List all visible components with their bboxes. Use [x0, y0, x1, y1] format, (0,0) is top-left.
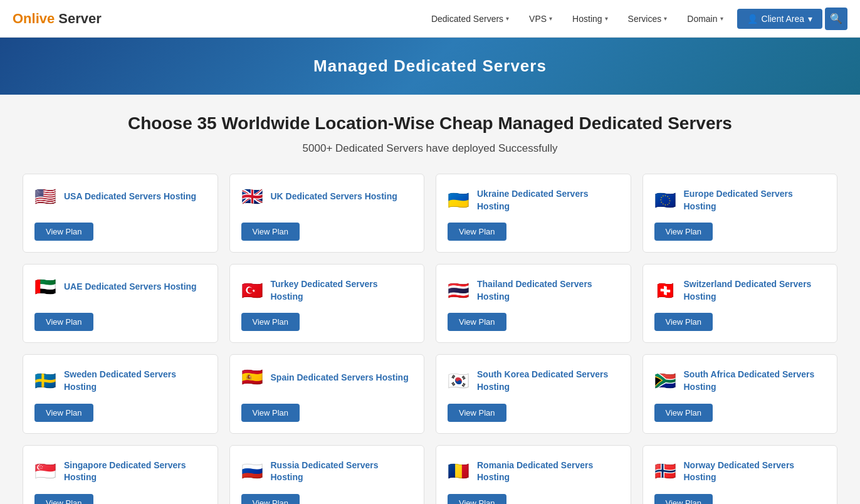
server-title[interactable]: Sweden Dedicated Servers Hosting	[64, 369, 206, 393]
server-title[interactable]: Romania Dedicated Servers Hosting	[477, 459, 619, 484]
view-plan-button[interactable]: View Plan	[34, 404, 93, 422]
logo[interactable]: Onlive Server	[13, 11, 102, 27]
logo-text: Onlive Server	[13, 11, 102, 26]
country-flag: 🇺🇸	[34, 188, 56, 206]
server-card: 🇿🇦 South Africa Dedicated Servers Hostin…	[642, 354, 838, 433]
page-title: Choose 35 Worldwide Location-Wise Cheap …	[23, 113, 837, 134]
country-flag: 🇸🇬	[34, 463, 56, 480]
country-flag: 🇷🇴	[448, 463, 469, 480]
view-plan-button[interactable]: View Plan	[34, 313, 93, 331]
server-card: 🇷🇴 Romania Dedicated Servers Hosting Vie…	[436, 445, 631, 504]
country-flag: 🇺🇦	[448, 192, 469, 209]
navbar: Onlive Server Dedicated Servers▾VPS▾Host…	[0, 0, 860, 38]
server-card: 🇬🇧 UK Dedicated Servers Hosting View Pla…	[229, 174, 425, 253]
server-card: 🇺🇸 USA Dedicated Servers Hosting View Pl…	[23, 174, 218, 253]
nav-label: VPS	[529, 14, 547, 24]
chevron-down-icon: ▾	[808, 14, 812, 24]
view-plan-button[interactable]: View Plan	[241, 223, 300, 241]
card-top: 🇿🇦 South Africa Dedicated Servers Hostin…	[654, 369, 826, 393]
server-title[interactable]: UAE Dedicated Servers Hosting	[64, 281, 206, 293]
country-flag: 🇪🇸	[241, 369, 263, 386]
nav-item-domain[interactable]: Domain▾	[678, 9, 732, 29]
country-flag: 🇿🇦	[654, 372, 676, 390]
nav-label: Hosting	[572, 14, 602, 24]
server-card: 🇹🇷 Turkey Dedicated Servers Hosting View…	[229, 264, 425, 343]
server-card: 🇰🇷 South Korea Dedicated Servers Hosting…	[436, 354, 631, 433]
view-plan-button[interactable]: View Plan	[448, 223, 506, 241]
country-flag: 🇳🇴	[654, 463, 676, 480]
server-title[interactable]: South Korea Dedicated Servers Hosting	[477, 369, 619, 393]
card-top: 🇸🇬 Singapore Dedicated Servers Hosting	[34, 459, 206, 484]
card-top: 🇨🇭 Switzerland Dedicated Servers Hosting	[654, 278, 826, 303]
server-title[interactable]: South Africa Dedicated Servers Hosting	[684, 369, 826, 393]
card-top: 🇷🇴 Romania Dedicated Servers Hosting	[448, 459, 619, 484]
country-flag: 🇹🇷	[241, 282, 263, 300]
nav-links: Dedicated Servers▾VPS▾Hosting▾Services▾D…	[422, 9, 732, 29]
nav-item-services[interactable]: Services▾	[619, 9, 676, 29]
country-flag: 🇹🇭	[448, 282, 469, 300]
nav-item-vps[interactable]: VPS▾	[520, 9, 561, 29]
nav-item-dedicated-servers[interactable]: Dedicated Servers▾	[422, 9, 518, 29]
view-plan-button[interactable]: View Plan	[654, 223, 713, 241]
nav-item-hosting[interactable]: Hosting▾	[564, 9, 616, 29]
view-plan-button[interactable]: View Plan	[448, 313, 506, 331]
card-top: 🇬🇧 UK Dedicated Servers Hosting	[241, 188, 413, 206]
view-plan-button[interactable]: View Plan	[654, 404, 713, 422]
server-card: 🇺🇦 Ukraine Dedicated Servers Hosting Vie…	[436, 174, 631, 253]
card-top: 🇹🇷 Turkey Dedicated Servers Hosting	[241, 278, 413, 303]
server-card: 🇦🇪 UAE Dedicated Servers Hosting View Pl…	[23, 264, 218, 343]
country-flag: 🇸🇪	[34, 372, 56, 390]
view-plan-button[interactable]: View Plan	[241, 494, 300, 504]
view-plan-button[interactable]: View Plan	[241, 313, 300, 331]
view-plan-button[interactable]: View Plan	[654, 494, 713, 504]
server-title[interactable]: Turkey Dedicated Servers Hosting	[271, 278, 413, 303]
chevron-down-icon: ▾	[605, 15, 608, 22]
card-top: 🇪🇸 Spain Dedicated Servers Hosting	[241, 369, 413, 386]
page-subtitle: 5000+ Dedicated Servers have deployed Su…	[23, 142, 837, 155]
view-plan-button[interactable]: View Plan	[448, 404, 506, 422]
country-flag: 🇰🇷	[448, 372, 469, 390]
country-flag: 🇷🇺	[241, 463, 263, 480]
nav-label: Domain	[687, 14, 717, 24]
view-plan-button[interactable]: View Plan	[34, 494, 93, 504]
hero-banner: Managed Dedicated Servers	[0, 38, 860, 95]
view-plan-button[interactable]: View Plan	[34, 223, 93, 241]
card-top: 🇪🇺 Europe Dedicated Servers Hosting	[654, 188, 826, 213]
hero-title: Managed Dedicated Servers	[313, 56, 547, 75]
user-icon: 👤	[747, 14, 758, 24]
card-top: 🇺🇸 USA Dedicated Servers Hosting	[34, 188, 206, 206]
server-title[interactable]: Norway Dedicated Servers Hosting	[684, 459, 826, 484]
server-title[interactable]: Ukraine Dedicated Servers Hosting	[477, 188, 619, 213]
search-icon: 🔍	[830, 13, 842, 24]
server-title[interactable]: Thailand Dedicated Servers Hosting	[477, 278, 619, 303]
search-button[interactable]: 🔍	[825, 8, 847, 30]
server-title[interactable]: Europe Dedicated Servers Hosting	[684, 188, 826, 213]
country-flag: 🇪🇺	[654, 192, 676, 209]
server-title[interactable]: Russia Dedicated Servers Hosting	[271, 459, 413, 484]
chevron-down-icon: ▾	[664, 15, 667, 22]
country-flag: 🇬🇧	[241, 188, 263, 206]
card-top: 🇰🇷 South Korea Dedicated Servers Hosting	[448, 369, 619, 393]
server-title[interactable]: UK Dedicated Servers Hosting	[271, 191, 413, 203]
client-area-button[interactable]: 👤 Client Area ▾	[737, 9, 822, 29]
chevron-down-icon: ▾	[506, 15, 509, 22]
server-title[interactable]: Singapore Dedicated Servers Hosting	[64, 459, 206, 484]
card-top: 🇦🇪 UAE Dedicated Servers Hosting	[34, 278, 206, 296]
server-card: 🇳🇴 Norway Dedicated Servers Hosting View…	[642, 445, 838, 504]
card-top: 🇷🇺 Russia Dedicated Servers Hosting	[241, 459, 413, 484]
card-top: 🇹🇭 Thailand Dedicated Servers Hosting	[448, 278, 619, 303]
card-top: 🇺🇦 Ukraine Dedicated Servers Hosting	[448, 188, 619, 213]
server-title[interactable]: USA Dedicated Servers Hosting	[64, 191, 206, 203]
server-card: 🇸🇪 Sweden Dedicated Servers Hosting View…	[23, 354, 218, 433]
main-content: Choose 35 Worldwide Location-Wise Cheap …	[10, 95, 850, 504]
server-title[interactable]: Switzerland Dedicated Servers Hosting	[684, 278, 826, 303]
nav-label: Services	[628, 14, 662, 24]
server-card: 🇪🇸 Spain Dedicated Servers Hosting View …	[229, 354, 425, 433]
view-plan-button[interactable]: View Plan	[448, 494, 506, 504]
view-plan-button[interactable]: View Plan	[654, 313, 713, 331]
card-top: 🇳🇴 Norway Dedicated Servers Hosting	[654, 459, 826, 484]
server-title[interactable]: Spain Dedicated Servers Hosting	[271, 372, 413, 384]
view-plan-button[interactable]: View Plan	[241, 404, 300, 422]
server-card: 🇷🇺 Russia Dedicated Servers Hosting View…	[229, 445, 425, 504]
country-flag: 🇨🇭	[654, 282, 676, 300]
